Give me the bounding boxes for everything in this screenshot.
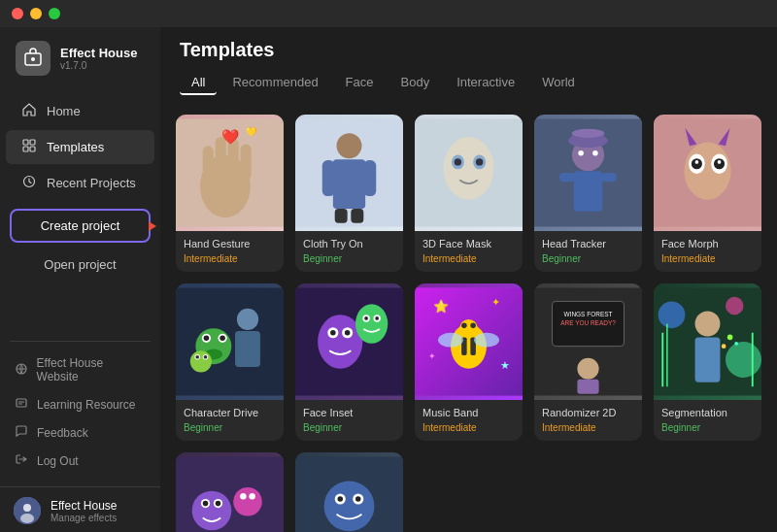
tab-face[interactable]: Face <box>334 71 386 95</box>
svg-point-126 <box>355 496 361 502</box>
svg-point-119 <box>240 493 246 499</box>
template-level-3d-face-mask: Intermediate <box>422 253 515 264</box>
template-level-head-tracker: Beginner <box>542 253 634 264</box>
logout-label: Log Out <box>37 454 79 468</box>
titlebar <box>0 0 777 27</box>
svg-point-125 <box>337 496 343 502</box>
template-level-randomizer-2d: Intermediate <box>542 422 634 433</box>
template-card-segmentation[interactable]: Segmentation Beginner <box>654 283 761 441</box>
svg-point-86 <box>461 323 467 329</box>
template-card-hand-gesture[interactable]: ❤️ 💛 Hand Gesture Intermediate <box>176 115 284 272</box>
svg-text:❤️: ❤️ <box>221 128 240 146</box>
sidebar-item-feedback[interactable]: Feedback <box>0 418 160 447</box>
template-card-music-band[interactable]: ⭐ ✦ ✦ ★ Music Band Intermediate <box>415 283 523 441</box>
svg-point-102 <box>726 342 761 378</box>
svg-rect-40 <box>574 171 603 212</box>
template-card-face-morph[interactable]: Face Morph Intermediate <box>654 115 761 272</box>
template-level-cloth-try-on: Beginner <box>303 253 395 264</box>
template-name-face-morph: Face Morph <box>661 238 754 249</box>
website-label: Effect House Website <box>37 356 145 383</box>
svg-point-64 <box>190 350 212 372</box>
svg-point-117 <box>216 501 221 507</box>
svg-text:★: ★ <box>500 359 510 371</box>
svg-point-79 <box>375 316 379 320</box>
svg-point-116 <box>203 501 209 507</box>
maximize-button[interactable] <box>49 8 60 19</box>
template-level-character-drive: Beginner <box>184 422 276 433</box>
template-card-face-inset[interactable]: Face Inset Beginner <box>295 283 403 441</box>
sidebar-item-templates-label: Templates <box>47 140 104 154</box>
template-name-character-drive: Character Drive <box>184 407 276 418</box>
template-thumb-head-tracker <box>534 115 642 231</box>
template-info-hand-gesture: Hand Gesture Intermediate <box>176 231 284 272</box>
sidebar-item-effect-house-website[interactable]: Effect House Website <box>0 349 160 390</box>
template-card-partial-2[interactable]: Loading... <box>295 452 403 532</box>
template-thumb-music-band: ⭐ ✦ ✦ ★ <box>415 283 523 400</box>
svg-rect-4 <box>23 147 28 151</box>
svg-text:WINGS FOREST: WINGS FOREST <box>564 311 613 317</box>
svg-rect-108 <box>695 337 721 382</box>
svg-point-74 <box>345 330 351 336</box>
website-icon <box>16 363 29 378</box>
template-level-face-morph: Intermediate <box>661 253 754 264</box>
svg-point-120 <box>249 493 254 499</box>
svg-rect-24 <box>333 159 365 209</box>
svg-point-23 <box>337 133 362 158</box>
tab-interactive[interactable]: Interactive <box>445 71 526 95</box>
template-name-hand-gesture: Hand Gesture <box>184 238 276 249</box>
svg-point-13 <box>20 514 34 523</box>
template-card-partial-1[interactable]: Loading... <box>176 452 284 532</box>
sidebar-bottom: Effect House Website Learning Resource F… <box>0 349 160 482</box>
svg-rect-42 <box>600 173 617 182</box>
tab-all[interactable]: All <box>180 71 217 95</box>
svg-point-98 <box>577 358 598 380</box>
sidebar-nav: Home Templates Recent Projects <box>0 85 160 333</box>
svg-point-89 <box>474 333 499 348</box>
template-info-face-morph: Face Morph Intermediate <box>654 231 761 272</box>
open-project-button[interactable]: Open project <box>10 250 151 279</box>
svg-rect-25 <box>322 160 335 196</box>
svg-point-68 <box>204 355 208 359</box>
svg-point-113 <box>192 491 232 531</box>
sidebar-item-log-out[interactable]: Log Out <box>0 447 160 475</box>
svg-rect-26 <box>363 160 376 196</box>
sidebar-user[interactable]: Effect House Manage effects <box>0 486 160 532</box>
svg-text:⭐: ⭐ <box>433 299 450 315</box>
template-info-face-inset: Face Inset Beginner <box>295 400 403 441</box>
logo-title: Effect House <box>60 46 137 60</box>
template-card-randomizer-2d[interactable]: WINGS FOREST ARE YOU READY? Randomizer 2… <box>534 283 642 441</box>
user-subtitle: Manage effects <box>51 513 117 523</box>
tab-recommended[interactable]: Recommended <box>220 71 329 95</box>
tab-body[interactable]: Body <box>389 71 442 95</box>
template-card-head-tracker[interactable]: Head Tracker Beginner <box>534 115 642 272</box>
sidebar-item-recent-projects[interactable]: Recent Projects <box>6 166 154 200</box>
template-thumb-face-inset <box>295 283 403 400</box>
template-level-hand-gesture: Intermediate <box>184 253 276 264</box>
svg-point-44 <box>592 150 598 156</box>
sidebar-divider <box>10 341 151 342</box>
feedback-label: Feedback <box>37 426 88 440</box>
template-card-character-drive[interactable]: Character Drive Beginner <box>176 283 284 441</box>
svg-point-101 <box>659 301 686 328</box>
template-card-3d-face-mask[interactable]: 3D Face Mask Intermediate <box>415 115 523 272</box>
template-thumb-partial-1 <box>176 452 284 532</box>
sidebar-item-templates[interactable]: Templates <box>6 130 154 164</box>
svg-rect-18 <box>228 139 239 181</box>
svg-point-107 <box>695 312 721 337</box>
svg-rect-3 <box>30 140 35 145</box>
template-card-cloth-try-on[interactable]: Cloth Try On Beginner <box>295 115 403 272</box>
template-thumb-hand-gesture: ❤️ 💛 <box>176 115 284 231</box>
sidebar-logo: Effect House v1.7.0 <box>0 27 160 85</box>
page-title: Templates <box>180 39 758 61</box>
template-info-music-band: Music Band Intermediate <box>415 400 523 441</box>
template-thumb-character-drive <box>176 283 284 400</box>
sidebar-item-home[interactable]: Home <box>6 94 154 128</box>
svg-point-34 <box>476 158 483 165</box>
create-project-button[interactable]: Create project <box>10 209 151 243</box>
sidebar-item-learning-resource[interactable]: Learning Resource <box>0 390 160 418</box>
close-button[interactable] <box>12 8 23 19</box>
main-header: Templates All Recommended Face Body Inte… <box>160 27 777 103</box>
minimize-button[interactable] <box>30 8 42 19</box>
svg-rect-57 <box>235 331 260 367</box>
tab-world[interactable]: World <box>530 71 587 95</box>
